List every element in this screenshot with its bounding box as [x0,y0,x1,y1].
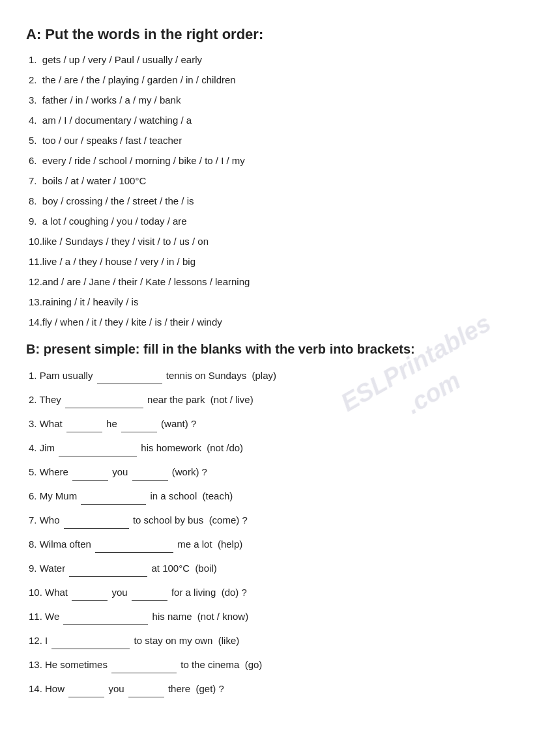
list-item: 13.raining / it / heavily / is [26,294,509,310]
item-num: 3. [29,418,40,429]
blank-1-1[interactable] [97,366,162,384]
list-item: 3. father / in / works / a / my / bank [26,92,509,108]
fill-item-3: 3. What he (want) ? [26,414,509,432]
item-num: 1. [29,370,40,381]
item-num: 7. [29,514,40,525]
blank-12-1[interactable] [51,631,130,649]
item-num: 5. [29,466,40,477]
blank-8-1[interactable] [95,535,173,553]
item-num: 9. [29,563,40,574]
list-item: 8. boy / crossing / the / street / the /… [26,193,509,209]
item-num: 4. [29,442,40,453]
fill-item-14: 14. How you there (get) ? [26,679,509,697]
fill-item-12: 12. I to stay on my own (like) [26,631,509,649]
word-order-list: 1. gets / up / very / Paul / usually / e… [26,52,509,330]
section-b-title: B: present simple: fill in the blanks wi… [26,342,509,357]
list-item: 2. the / are / the / playing / garden / … [26,72,509,88]
blank-9-1[interactable] [69,559,147,577]
list-item: 9. a lot / coughing / you / today / are [26,214,509,229]
item-num: 14. [29,683,45,694]
item-num: 10. [29,587,45,598]
blank-3-1[interactable] [66,414,102,432]
list-item: 10.like / Sundays / they / visit / to / … [26,234,509,249]
fill-item-10: 10. What you for a living (do) ? [26,583,509,601]
blank-14-1[interactable] [68,679,104,697]
fill-item-1: 1. Pam usually tennis on Sundays (play) [26,366,509,384]
fill-item-11: 11. We his name (not / know) [26,607,509,625]
item-num: 2. [29,394,39,405]
list-item: 1. gets / up / very / Paul / usually / e… [26,52,509,68]
fill-item-2: 2. They near the park (not / live) [26,390,509,408]
blank-13-1[interactable] [111,655,177,673]
item-num: 11. [29,611,45,622]
blank-7-1[interactable] [64,511,129,529]
list-item: 5. too / our / speaks / fast / teacher [26,133,509,148]
list-item: 7. boils / at / water / 100°C [26,173,509,189]
blank-14-2[interactable] [128,679,164,697]
item-num: 12. [29,635,45,646]
fill-item-9: 9. Water at 100°C (boil) [26,559,509,577]
blank-5-1[interactable] [72,462,108,481]
list-item: 11.live / a / they / house / very / in /… [26,254,509,270]
item-num: 6. [29,490,40,501]
blank-10-1[interactable] [72,583,108,601]
blank-5-2[interactable] [132,462,168,481]
fill-item-4: 4. Jim his homework (not /do) [26,438,509,456]
section-a-title: A: Put the words in the right order: [26,26,509,43]
fill-item-6: 6. My Mum in a school (teach) [26,486,509,505]
list-item: 6. every / ride / school / morning / bik… [26,153,509,169]
list-item: 12.and / are / Jane / their / Kate / les… [26,274,509,290]
fill-item-13: 13. He sometimes to the cinema (go) [26,655,509,673]
fill-item-5: 5. Where you (work) ? [26,462,509,481]
list-item: 4. am / I / documentary / watching / a [26,113,509,128]
fill-item-8: 8. Wilma often me a lot (help) [26,535,509,553]
blank-2-1[interactable] [65,390,143,408]
blank-4-1[interactable] [59,438,137,456]
blank-11-1[interactable] [63,607,148,625]
fill-blanks-list: 1. Pam usually tennis on Sundays (play) … [26,366,509,697]
blank-3-2[interactable] [121,414,157,432]
list-item: 14.fly / when / it / they / kite / is / … [26,315,509,330]
blank-6-1[interactable] [81,486,146,505]
blank-10-2[interactable] [132,583,167,601]
fill-item-7: 7. Who to school by bus (come) ? [26,511,509,529]
item-num: 13. [29,659,45,670]
item-num: 8. [29,539,40,550]
